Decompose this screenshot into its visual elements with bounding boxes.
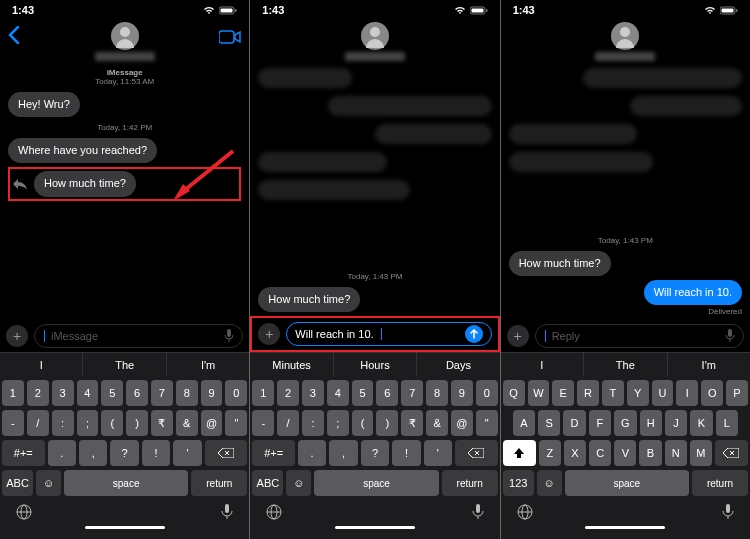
mic-icon[interactable]: [472, 504, 484, 520]
key[interactable]: 6: [126, 380, 148, 406]
contact-header[interactable]: [595, 22, 655, 61]
add-button[interactable]: +: [507, 325, 529, 347]
key[interactable]: L: [716, 410, 738, 436]
key-abc[interactable]: ABC: [2, 470, 33, 496]
key[interactable]: ₹: [151, 410, 173, 436]
key[interactable]: 2: [277, 380, 299, 406]
key[interactable]: 6: [376, 380, 398, 406]
key-return[interactable]: return: [191, 470, 247, 496]
key[interactable]: T: [602, 380, 624, 406]
back-button[interactable]: [8, 26, 20, 44]
message-list[interactable]: Today, 1:43 PM How much time? Will reach…: [501, 62, 750, 320]
predictive-suggestion[interactable]: I'm: [668, 353, 750, 376]
key-backspace[interactable]: [715, 440, 748, 466]
mic-icon[interactable]: [722, 504, 734, 520]
add-button[interactable]: +: [6, 325, 28, 347]
key[interactable]: O: [701, 380, 723, 406]
key[interactable]: .: [298, 440, 326, 466]
home-indicator[interactable]: [335, 526, 415, 529]
key[interactable]: C: [589, 440, 611, 466]
key[interactable]: K: [690, 410, 712, 436]
key-return[interactable]: return: [442, 470, 498, 496]
dictate-icon[interactable]: [224, 329, 234, 343]
add-button[interactable]: +: [258, 323, 280, 345]
predictive-suggestion[interactable]: I: [0, 353, 83, 376]
key[interactable]: 4: [327, 380, 349, 406]
key[interactable]: 0: [476, 380, 498, 406]
key[interactable]: (: [101, 410, 123, 436]
dictate-icon[interactable]: [725, 329, 735, 343]
message-bubble-incoming[interactable]: How much time?: [258, 287, 360, 312]
key[interactable]: /: [27, 410, 49, 436]
key[interactable]: &: [426, 410, 448, 436]
key[interactable]: /: [277, 410, 299, 436]
facetime-button[interactable]: [219, 30, 241, 44]
contact-header[interactable]: [345, 22, 405, 61]
key[interactable]: ): [376, 410, 398, 436]
key[interactable]: ": [225, 410, 247, 436]
key[interactable]: -: [252, 410, 274, 436]
predictive-suggestion[interactable]: Hours: [334, 353, 417, 376]
key[interactable]: ?: [361, 440, 389, 466]
key-emoji[interactable]: ☺: [537, 470, 562, 496]
key[interactable]: (: [352, 410, 374, 436]
globe-icon[interactable]: [16, 504, 32, 520]
key-shift[interactable]: [503, 440, 536, 466]
predictive-suggestion[interactable]: Days: [417, 353, 499, 376]
key[interactable]: I: [676, 380, 698, 406]
key-backspace[interactable]: [455, 440, 498, 466]
key-symbols[interactable]: #+=: [2, 440, 45, 466]
key[interactable]: 9: [451, 380, 473, 406]
message-input[interactable]: Will reach in 10.: [286, 322, 491, 346]
key[interactable]: :: [52, 410, 74, 436]
message-bubble-incoming[interactable]: Hey! Wru?: [8, 92, 80, 117]
predictive-suggestion[interactable]: Minutes: [250, 353, 333, 376]
key[interactable]: S: [538, 410, 560, 436]
key-emoji[interactable]: ☺: [36, 470, 61, 496]
message-bubble-incoming[interactable]: Where have you reached?: [8, 138, 157, 163]
key[interactable]: !: [392, 440, 420, 466]
home-indicator[interactable]: [585, 526, 665, 529]
key[interactable]: 8: [176, 380, 198, 406]
message-bubble-incoming[interactable]: How much time?: [34, 171, 136, 196]
message-bubble-incoming[interactable]: How much time?: [509, 251, 611, 276]
key[interactable]: 7: [151, 380, 173, 406]
home-indicator[interactable]: [85, 526, 165, 529]
predictive-suggestion[interactable]: The: [584, 353, 667, 376]
predictive-suggestion[interactable]: I'm: [167, 353, 249, 376]
key[interactable]: M: [690, 440, 712, 466]
key[interactable]: D: [563, 410, 585, 436]
key[interactable]: 4: [77, 380, 99, 406]
key-symbols[interactable]: #+=: [252, 440, 295, 466]
key[interactable]: 0: [225, 380, 247, 406]
key[interactable]: ): [126, 410, 148, 436]
key-123[interactable]: 123: [503, 470, 534, 496]
key[interactable]: 7: [401, 380, 423, 406]
key[interactable]: R: [577, 380, 599, 406]
key[interactable]: 5: [352, 380, 374, 406]
key[interactable]: 2: [27, 380, 49, 406]
key[interactable]: H: [640, 410, 662, 436]
message-list[interactable]: Today, 1:43 PM How much time?: [250, 62, 499, 316]
key[interactable]: G: [614, 410, 636, 436]
key[interactable]: .: [48, 440, 76, 466]
predictive-suggestion[interactable]: The: [83, 353, 166, 376]
key[interactable]: P: [726, 380, 748, 406]
key[interactable]: 5: [101, 380, 123, 406]
key-space[interactable]: space: [565, 470, 689, 496]
key-backspace[interactable]: [205, 440, 248, 466]
key[interactable]: 1: [2, 380, 24, 406]
key[interactable]: !: [142, 440, 170, 466]
key[interactable]: :: [302, 410, 324, 436]
key[interactable]: 3: [302, 380, 324, 406]
key[interactable]: Z: [539, 440, 561, 466]
key[interactable]: 8: [426, 380, 448, 406]
key[interactable]: B: [639, 440, 661, 466]
key[interactable]: Y: [627, 380, 649, 406]
key-space[interactable]: space: [314, 470, 438, 496]
key-emoji[interactable]: ☺: [286, 470, 311, 496]
key[interactable]: U: [652, 380, 674, 406]
key[interactable]: ;: [327, 410, 349, 436]
key[interactable]: @: [201, 410, 223, 436]
message-input[interactable]: iMessage: [34, 324, 243, 348]
